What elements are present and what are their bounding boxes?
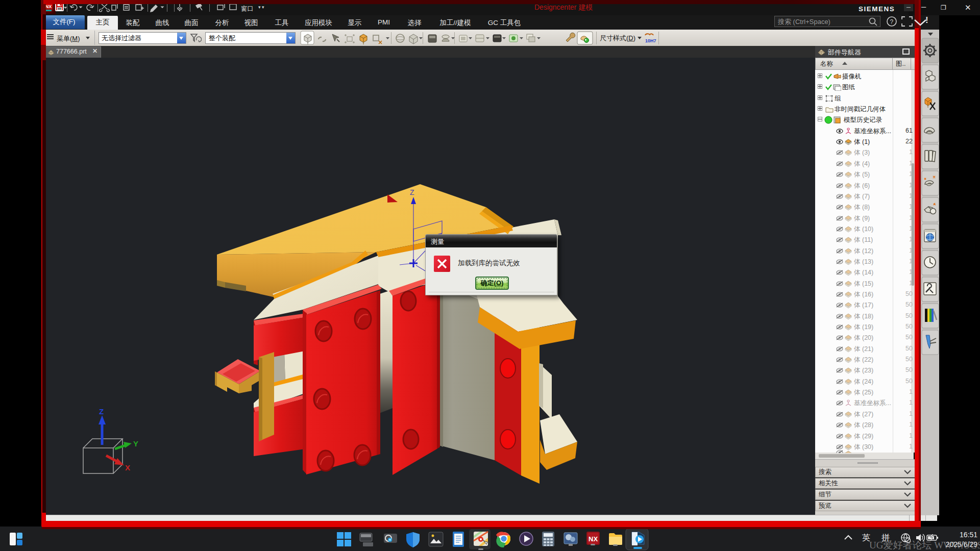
- svg-text:Z: Z: [99, 407, 104, 416]
- svg-text:Z: Z: [410, 188, 414, 196]
- svg-text:Y: Y: [133, 439, 138, 448]
- svg-text:?: ?: [890, 18, 894, 26]
- svg-text:NX: NX: [589, 535, 598, 543]
- svg-text:10H7: 10H7: [645, 38, 656, 43]
- svg-text:X: X: [125, 463, 130, 472]
